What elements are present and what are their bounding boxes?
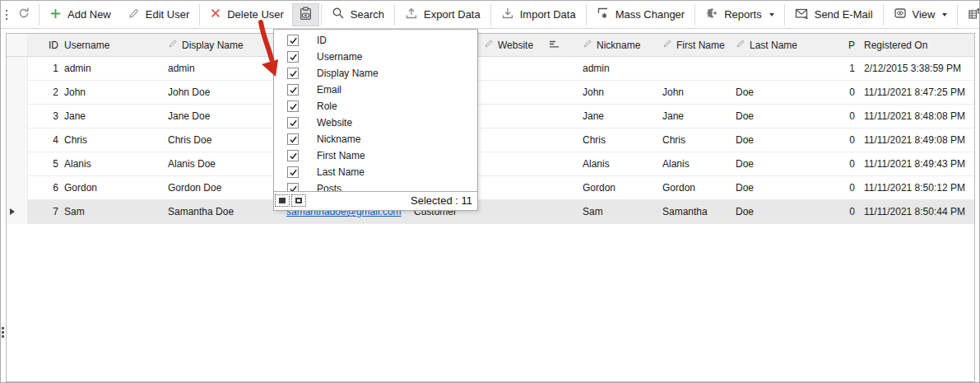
select-all-button[interactable] bbox=[275, 194, 290, 207]
column-header-id[interactable]: ID bbox=[28, 34, 59, 56]
cell: John bbox=[59, 81, 163, 105]
grid-header-row: ID Username Display Name Email Role Webs… bbox=[7, 34, 974, 57]
cell bbox=[7, 200, 28, 224]
table-row[interactable]: 7SamSamantha Doesamanthadoe@gmail.comCus… bbox=[7, 200, 974, 224]
cell: Jane bbox=[59, 105, 163, 128]
column-header-registered-on[interactable]: Registered On bbox=[856, 34, 974, 56]
delete-user-label: Delete User bbox=[227, 8, 284, 21]
header-indicator-cell bbox=[7, 34, 28, 56]
checkbox-checked-icon[interactable] bbox=[287, 35, 299, 46]
cell bbox=[7, 128, 28, 152]
toolbar-separator bbox=[694, 4, 695, 26]
column-chooser-footer: Selected : 11 bbox=[274, 192, 477, 210]
cell bbox=[541, 105, 578, 128]
checkbox-checked-icon[interactable] bbox=[287, 117, 299, 128]
column-chooser-item[interactable]: Nickname bbox=[274, 131, 477, 147]
checkbox-checked-icon[interactable] bbox=[287, 68, 299, 79]
column-chooser-button[interactable] bbox=[292, 3, 319, 26]
column-header-label: Website bbox=[498, 40, 533, 51]
column-chooser-item[interactable]: Posts bbox=[274, 180, 477, 192]
column-chooser-item-label: Role bbox=[317, 100, 337, 112]
cell: 0 bbox=[834, 176, 856, 200]
checkbox-checked-icon[interactable] bbox=[287, 51, 299, 63]
reports-label: Reports bbox=[724, 8, 762, 21]
checkbox-checked-icon[interactable] bbox=[287, 133, 299, 145]
column-chooser-item[interactable]: Website bbox=[274, 114, 477, 131]
cell bbox=[541, 200, 578, 224]
column-chooser-item[interactable]: Last Name bbox=[274, 164, 477, 180]
column-header-display-name[interactable]: Display Name bbox=[163, 34, 281, 56]
cell: Alanis bbox=[657, 152, 731, 176]
toolbar-separator bbox=[490, 4, 491, 26]
import-data-button[interactable]: Import Data bbox=[493, 3, 584, 26]
column-chooser-item[interactable]: Email bbox=[274, 82, 477, 98]
cell: Doe bbox=[731, 81, 834, 105]
cell: 1 bbox=[834, 57, 856, 81]
toolbar-separator bbox=[199, 4, 200, 26]
cell: Gordon bbox=[657, 176, 731, 200]
cell: Chris Doe bbox=[163, 128, 281, 152]
export-grid-button[interactable]: Export Grid bbox=[959, 3, 980, 26]
cell: Jane Doe bbox=[163, 105, 281, 128]
column-header-last-name[interactable]: Last Name bbox=[731, 34, 834, 56]
mass-changer-button[interactable]: Mass Changer bbox=[588, 3, 694, 26]
cell bbox=[7, 57, 28, 81]
mass-changer-label: Mass Changer bbox=[615, 8, 685, 21]
edit-user-button[interactable]: Edit User bbox=[119, 3, 197, 26]
cell bbox=[541, 152, 578, 176]
table-row[interactable]: 4ChrisChris DoeChrisChrisDoe011/11/2021 … bbox=[7, 128, 974, 152]
toolbar-separator bbox=[883, 4, 884, 26]
pencil-icon bbox=[662, 39, 672, 51]
table-row[interactable]: 1adminadminadmin12/12/2015 3:38:59 PM bbox=[7, 57, 974, 81]
search-button[interactable]: Search bbox=[323, 3, 392, 26]
toolbar-separator bbox=[321, 4, 322, 26]
window-grip-handle[interactable] bbox=[2, 327, 4, 338]
cell bbox=[541, 57, 578, 81]
cell bbox=[657, 57, 731, 81]
pencil-icon bbox=[583, 39, 592, 51]
cell: 2/12/2015 3:38:59 PM bbox=[856, 57, 974, 81]
cell: John bbox=[578, 81, 657, 105]
table-row[interactable]: 5AlanisAlanis DoeAlanisAlanisDoe011/11/2… bbox=[7, 152, 974, 176]
puzzle-icon bbox=[705, 7, 718, 22]
cell bbox=[7, 81, 28, 105]
cell: Chris bbox=[578, 128, 657, 152]
close-x-icon bbox=[210, 7, 221, 21]
cell: Doe bbox=[731, 128, 834, 152]
column-header-website[interactable]: Website bbox=[479, 34, 541, 56]
cell bbox=[731, 57, 834, 81]
delete-user-button[interactable]: Delete User bbox=[202, 3, 292, 26]
cell: 0 bbox=[834, 200, 856, 224]
table-row[interactable]: 6GordonGordon DoeGordonGordonDoe011/11/2… bbox=[7, 176, 974, 200]
export-data-button[interactable]: Export Data bbox=[397, 3, 489, 26]
table-row[interactable]: 2JohnJohn DoeJohnJohnDoe011/11/2021 8:47… bbox=[7, 81, 974, 105]
column-chooser-item[interactable]: First Name bbox=[274, 147, 477, 164]
column-chooser-item[interactable]: Display Name bbox=[274, 65, 477, 82]
send-email-button[interactable]: Send E-Mail bbox=[787, 3, 881, 26]
cell: 0 bbox=[834, 105, 856, 128]
column-header-label: Nickname bbox=[597, 40, 640, 51]
checkbox-checked-icon[interactable] bbox=[287, 100, 299, 112]
column-header-nickname[interactable]: Nickname bbox=[578, 34, 657, 56]
clear-selection-button[interactable] bbox=[291, 194, 306, 207]
cell: Alanis bbox=[578, 152, 657, 176]
checkbox-checked-icon[interactable] bbox=[287, 183, 299, 192]
column-header-username[interactable]: Username bbox=[59, 34, 163, 56]
toolbar: Add New Edit User Delete User Search Exp… bbox=[1, 1, 979, 29]
table-row[interactable]: 3JaneJane DoeJaneJaneDoe011/11/2021 8:48… bbox=[7, 105, 974, 128]
reports-button[interactable]: Reports bbox=[697, 3, 783, 26]
checkbox-checked-icon[interactable] bbox=[287, 166, 299, 178]
column-chooser-item[interactable]: Username bbox=[274, 49, 477, 65]
column-chooser-item[interactable]: Role bbox=[274, 98, 477, 114]
add-new-button[interactable]: Add New bbox=[41, 3, 119, 26]
cell bbox=[7, 105, 28, 128]
column-header-posts[interactable]: P bbox=[834, 34, 856, 56]
column-header-first-name[interactable]: First Name bbox=[657, 34, 731, 56]
refresh-button[interactable] bbox=[11, 3, 37, 26]
view-button[interactable]: View bbox=[885, 3, 956, 26]
checkbox-checked-icon[interactable] bbox=[287, 84, 299, 96]
column-chooser-item[interactable]: ID bbox=[274, 32, 477, 49]
checkbox-checked-icon[interactable] bbox=[287, 150, 299, 161]
column-header-bio[interactable] bbox=[541, 34, 578, 56]
toolbar-grip-handle[interactable] bbox=[2, 10, 11, 20]
